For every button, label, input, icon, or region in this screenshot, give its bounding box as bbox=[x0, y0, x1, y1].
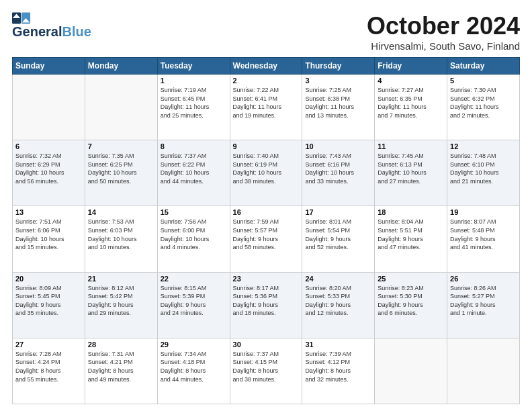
calendar-week-row: 27Sunrise: 7:28 AMSunset: 4:24 PMDayligh… bbox=[13, 338, 520, 404]
calendar-cell: 5Sunrise: 7:30 AMSunset: 6:32 PMDaylight… bbox=[447, 75, 520, 140]
day-number: 9 bbox=[233, 142, 300, 150]
day-info: Sunrise: 7:43 AMSunset: 6:16 PMDaylight:… bbox=[305, 152, 371, 185]
logo-icon bbox=[12, 12, 31, 24]
day-number: 13 bbox=[15, 208, 82, 216]
weekday-header: Monday bbox=[85, 58, 157, 75]
calendar-cell: 31Sunrise: 7:39 AMSunset: 4:12 PMDayligh… bbox=[302, 338, 375, 404]
calendar-cell: 8Sunrise: 7:37 AMSunset: 6:22 PMDaylight… bbox=[157, 140, 230, 206]
day-number: 22 bbox=[161, 275, 227, 283]
calendar-week-row: 13Sunrise: 7:51 AMSunset: 6:06 PMDayligh… bbox=[13, 206, 520, 272]
day-number: 18 bbox=[378, 208, 444, 216]
day-info: Sunrise: 7:56 AMSunset: 6:00 PMDaylight:… bbox=[161, 218, 227, 251]
title-block: October 2024 Hirvensalmi, South Savo, Fi… bbox=[367, 12, 520, 52]
day-info: Sunrise: 8:23 AMSunset: 5:30 PMDaylight:… bbox=[378, 284, 444, 318]
calendar-cell: 20Sunrise: 8:09 AMSunset: 5:45 PMDayligh… bbox=[13, 272, 85, 338]
calendar-cell: 6Sunrise: 7:32 AMSunset: 6:29 PMDaylight… bbox=[13, 140, 85, 206]
day-number: 2 bbox=[233, 77, 300, 85]
calendar-cell bbox=[13, 75, 85, 140]
day-number: 31 bbox=[305, 340, 371, 349]
calendar-cell: 19Sunrise: 8:07 AMSunset: 5:48 PMDayligh… bbox=[447, 206, 520, 272]
day-number: 4 bbox=[378, 77, 444, 85]
calendar-cell: 18Sunrise: 8:04 AMSunset: 5:51 PMDayligh… bbox=[375, 206, 447, 272]
calendar-week-row: 6Sunrise: 7:32 AMSunset: 6:29 PMDaylight… bbox=[13, 140, 520, 206]
day-info: Sunrise: 7:27 AMSunset: 6:35 PMDaylight:… bbox=[378, 86, 444, 120]
calendar-cell: 11Sunrise: 7:45 AMSunset: 6:13 PMDayligh… bbox=[375, 140, 447, 206]
day-info: Sunrise: 7:34 AMSunset: 4:18 PMDaylight:… bbox=[161, 350, 227, 383]
day-number: 3 bbox=[305, 77, 371, 85]
day-number: 6 bbox=[15, 142, 82, 150]
day-info: Sunrise: 8:04 AMSunset: 5:51 PMDaylight:… bbox=[378, 218, 444, 251]
day-info: Sunrise: 7:22 AMSunset: 6:41 PMDaylight:… bbox=[233, 86, 300, 120]
day-info: Sunrise: 8:17 AMSunset: 5:36 PMDaylight:… bbox=[233, 284, 300, 318]
day-info: Sunrise: 7:19 AMSunset: 6:45 PMDaylight:… bbox=[161, 86, 227, 120]
day-number: 20 bbox=[15, 275, 82, 283]
day-info: Sunrise: 8:12 AMSunset: 5:42 PMDaylight:… bbox=[88, 284, 154, 318]
day-number: 12 bbox=[450, 142, 517, 150]
day-info: Sunrise: 7:39 AMSunset: 4:12 PMDaylight:… bbox=[305, 350, 371, 383]
day-info: Sunrise: 7:32 AMSunset: 6:29 PMDaylight:… bbox=[15, 152, 82, 185]
day-number: 30 bbox=[233, 340, 300, 349]
day-number: 25 bbox=[378, 275, 444, 283]
weekday-header: Friday bbox=[375, 58, 447, 75]
calendar-cell: 22Sunrise: 8:15 AMSunset: 5:39 PMDayligh… bbox=[157, 272, 230, 338]
day-info: Sunrise: 8:07 AMSunset: 5:48 PMDaylight:… bbox=[450, 218, 517, 251]
day-number: 11 bbox=[378, 142, 444, 150]
calendar-cell: 12Sunrise: 7:48 AMSunset: 6:10 PMDayligh… bbox=[447, 140, 520, 206]
day-number: 23 bbox=[233, 275, 300, 283]
calendar-cell: 15Sunrise: 7:56 AMSunset: 6:00 PMDayligh… bbox=[157, 206, 230, 272]
day-info: Sunrise: 7:48 AMSunset: 6:10 PMDaylight:… bbox=[450, 152, 517, 185]
day-number: 7 bbox=[88, 142, 154, 150]
day-info: Sunrise: 7:28 AMSunset: 4:24 PMDaylight:… bbox=[15, 350, 82, 383]
calendar-cell bbox=[375, 338, 447, 404]
day-number: 27 bbox=[15, 340, 82, 349]
day-number: 28 bbox=[88, 340, 154, 349]
calendar-cell: 30Sunrise: 7:37 AMSunset: 4:15 PMDayligh… bbox=[230, 338, 302, 404]
day-info: Sunrise: 8:26 AMSunset: 5:27 PMDaylight:… bbox=[450, 284, 517, 318]
calendar-cell: 21Sunrise: 8:12 AMSunset: 5:42 PMDayligh… bbox=[85, 272, 157, 338]
weekday-header: Tuesday bbox=[157, 58, 230, 75]
day-number: 17 bbox=[305, 208, 371, 216]
day-info: Sunrise: 7:31 AMSunset: 4:21 PMDaylight:… bbox=[88, 350, 154, 383]
calendar-cell: 9Sunrise: 7:40 AMSunset: 6:19 PMDaylight… bbox=[230, 140, 302, 206]
weekday-header-row: SundayMondayTuesdayWednesdayThursdayFrid… bbox=[13, 58, 520, 75]
day-number: 14 bbox=[88, 208, 154, 216]
day-info: Sunrise: 7:30 AMSunset: 6:32 PMDaylight:… bbox=[450, 86, 517, 120]
calendar-cell: 10Sunrise: 7:43 AMSunset: 6:16 PMDayligh… bbox=[302, 140, 375, 206]
weekday-header: Thursday bbox=[302, 58, 375, 75]
header: General Blue October 2024 Hirvensalmi, S… bbox=[12, 12, 520, 52]
page: General Blue October 2024 Hirvensalmi, S… bbox=[0, 0, 532, 411]
day-info: Sunrise: 7:37 AMSunset: 6:22 PMDaylight:… bbox=[161, 152, 227, 185]
calendar-cell: 27Sunrise: 7:28 AMSunset: 4:24 PMDayligh… bbox=[13, 338, 85, 404]
day-info: Sunrise: 7:37 AMSunset: 4:15 PMDaylight:… bbox=[233, 350, 300, 383]
calendar-cell: 1Sunrise: 7:19 AMSunset: 6:45 PMDaylight… bbox=[157, 75, 230, 140]
calendar-week-row: 20Sunrise: 8:09 AMSunset: 5:45 PMDayligh… bbox=[13, 272, 520, 338]
calendar-cell: 26Sunrise: 8:26 AMSunset: 5:27 PMDayligh… bbox=[447, 272, 520, 338]
logo-blue: Blue bbox=[62, 24, 91, 40]
location-subtitle: Hirvensalmi, South Savo, Finland bbox=[367, 40, 520, 52]
calendar-cell: 3Sunrise: 7:25 AMSunset: 6:38 PMDaylight… bbox=[302, 75, 375, 140]
day-info: Sunrise: 8:09 AMSunset: 5:45 PMDaylight:… bbox=[15, 284, 82, 318]
calendar-cell: 16Sunrise: 7:59 AMSunset: 5:57 PMDayligh… bbox=[230, 206, 302, 272]
day-number: 21 bbox=[88, 275, 154, 283]
day-number: 15 bbox=[161, 208, 227, 216]
day-number: 5 bbox=[450, 77, 517, 85]
calendar-cell bbox=[447, 338, 520, 404]
calendar-cell: 7Sunrise: 7:35 AMSunset: 6:25 PMDaylight… bbox=[85, 140, 157, 206]
weekday-header: Sunday bbox=[13, 58, 85, 75]
calendar-cell: 14Sunrise: 7:53 AMSunset: 6:03 PMDayligh… bbox=[85, 206, 157, 272]
day-number: 19 bbox=[450, 208, 517, 216]
day-info: Sunrise: 7:51 AMSunset: 6:06 PMDaylight:… bbox=[15, 218, 82, 251]
day-info: Sunrise: 8:15 AMSunset: 5:39 PMDaylight:… bbox=[161, 284, 227, 318]
calendar-cell: 29Sunrise: 7:34 AMSunset: 4:18 PMDayligh… bbox=[157, 338, 230, 404]
weekday-header: Wednesday bbox=[230, 58, 302, 75]
calendar-cell: 25Sunrise: 8:23 AMSunset: 5:30 PMDayligh… bbox=[375, 272, 447, 338]
day-info: Sunrise: 7:40 AMSunset: 6:19 PMDaylight:… bbox=[233, 152, 300, 185]
day-number: 1 bbox=[161, 77, 227, 85]
day-info: Sunrise: 8:20 AMSunset: 5:33 PMDaylight:… bbox=[305, 284, 371, 318]
month-title: October 2024 bbox=[367, 12, 520, 40]
weekday-header: Saturday bbox=[447, 58, 520, 75]
calendar-cell: 23Sunrise: 8:17 AMSunset: 5:36 PMDayligh… bbox=[230, 272, 302, 338]
calendar-cell: 28Sunrise: 7:31 AMSunset: 4:21 PMDayligh… bbox=[85, 338, 157, 404]
day-info: Sunrise: 8:01 AMSunset: 5:54 PMDaylight:… bbox=[305, 218, 371, 251]
day-info: Sunrise: 7:53 AMSunset: 6:03 PMDaylight:… bbox=[88, 218, 154, 251]
